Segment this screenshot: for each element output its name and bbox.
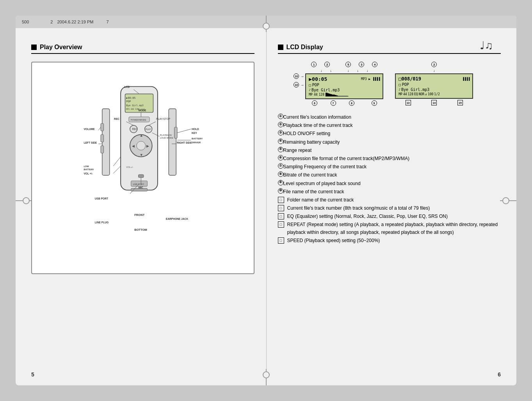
arrow2: ↓ bbox=[330, 69, 332, 73]
ann-num-8: ⑧ bbox=[278, 171, 283, 177]
svg-rect-24 bbox=[101, 135, 104, 142]
svg-text:VOL+/-: VOL+/- bbox=[126, 166, 133, 168]
ann-num-12: □ bbox=[278, 205, 284, 211]
lcd2-filename: Bye Girl.mp3 bbox=[401, 87, 429, 92]
list-item-5: ⑤ Range repeat bbox=[278, 147, 501, 154]
lcd2-repeat: ↺ bbox=[425, 93, 427, 96]
lcd2-eq: EQ bbox=[414, 93, 418, 96]
device-illustration: ▶00:05 POP Bye Girl.mp3 MP3 44K 128K |||… bbox=[31, 62, 254, 274]
ann-text-6: Compression file format of the current t… bbox=[283, 155, 501, 162]
svg-line-64 bbox=[98, 127, 101, 130]
lcd2-kbps: 128 bbox=[408, 93, 413, 96]
ann-8-bottom: 8 bbox=[349, 100, 354, 106]
lcd2-folder-icon: □ bbox=[399, 83, 400, 87]
svg-rect-27 bbox=[174, 127, 177, 138]
lcd2-row1: □008/019 ▐▐▐▐ bbox=[399, 76, 470, 82]
ann-text-4: Remaining battery capacity bbox=[283, 139, 501, 146]
screen2-arrows: ↓ bbox=[395, 69, 473, 73]
ann-1: 1 bbox=[311, 62, 317, 67]
screen1-bottom-annotations: 6 7 8 9 bbox=[305, 100, 383, 106]
screen1-top-annotations: 1 2 5 3 4 bbox=[305, 62, 383, 67]
svg-text:LOUD MODE: LOUD MODE bbox=[160, 137, 173, 139]
lcd2-battery: ▐▐▐▐ bbox=[462, 77, 470, 81]
ann-num-14: □ bbox=[278, 221, 284, 228]
lcd-screens-container: 1 2 5 3 4 ↓ ↓ ↓ ↓ ↓ bbox=[278, 62, 501, 106]
ann-text-14: REPEAT (Repeat mode) setting (A playback… bbox=[287, 221, 501, 236]
lcd2-half: 1/2 bbox=[434, 93, 439, 96]
ann-text-2: Playback time of the current track bbox=[283, 122, 501, 129]
svg-text:EARPHONE JACK: EARPHONE JACK bbox=[165, 217, 188, 220]
main-content: Play Overview ▶00:05 POP Bye Girl.mp3 MP… bbox=[16, 28, 516, 385]
svg-text:◀: ◀ bbox=[132, 144, 134, 148]
ann-num-7: ⑦ bbox=[278, 163, 283, 169]
svg-text:KEY: KEY bbox=[192, 132, 197, 134]
svg-text:PLAY: PLAY bbox=[145, 128, 151, 130]
lcd1-khz: 44 bbox=[314, 93, 318, 96]
ann-num-4: ④ bbox=[278, 139, 283, 144]
title-square-right bbox=[278, 45, 283, 50]
list-item-2: ② Playback time of the current track bbox=[278, 122, 501, 129]
ann-13-bottom: 13 bbox=[406, 100, 411, 105]
svg-text:LINE PLUG: LINE PLUG bbox=[95, 221, 109, 224]
svg-text:REC: REC bbox=[114, 118, 119, 120]
list-item-11: □ Folder name of the current track bbox=[278, 196, 501, 204]
lcd1-folder: POP bbox=[312, 83, 319, 87]
ann-2-s2: 2 bbox=[431, 62, 437, 67]
lcd2-track: □008/019 bbox=[399, 76, 421, 82]
svg-rect-25 bbox=[101, 146, 104, 153]
svg-text:LOW: LOW bbox=[84, 165, 89, 168]
ann-num-2: ② bbox=[278, 122, 283, 127]
screen2-bottom-annotations: 13 14 15 bbox=[395, 100, 473, 105]
ann-3: 3 bbox=[359, 62, 364, 67]
page-number-right: 6 bbox=[498, 371, 501, 378]
play-overview-label: Play Overview bbox=[40, 44, 82, 51]
svg-rect-44 bbox=[138, 175, 143, 178]
arrow5: ↓ bbox=[347, 69, 349, 73]
device-svg: ▶00:05 POP Bye Girl.mp3 MP3 44K 128K |||… bbox=[73, 70, 213, 266]
list-item-6: ⑥ Compression file format of the current… bbox=[278, 155, 501, 162]
ann-10b: 10 bbox=[294, 82, 299, 87]
svg-text:MIC: MIC bbox=[138, 186, 143, 189]
arrow1: ↓ bbox=[320, 69, 322, 73]
lcd2-bottom-bar: MP 44 128 EQ NOR ↺ 100 1/2 bbox=[399, 93, 470, 96]
ann-num-15: □ bbox=[278, 237, 284, 244]
lcd1-row2: □ POP bbox=[309, 83, 380, 87]
ann-text-13: EQ (Equalizer) setting (Normal, Rock, Ja… bbox=[287, 213, 501, 220]
ann-num-6: ⑥ bbox=[278, 155, 283, 160]
lcd2-speed: 100 bbox=[428, 93, 433, 96]
lcd1-row1: ▶00:05 MP3 ▶ ▐▐▐▐ bbox=[309, 76, 380, 82]
ann-num-5: ⑤ bbox=[278, 147, 283, 152]
right-panel: LCD Display 1 2 5 3 4 ↓ bbox=[266, 28, 517, 385]
arrow2-s2: ↓ bbox=[433, 69, 435, 73]
svg-point-13 bbox=[137, 141, 146, 150]
svg-text:USB PORT: USB PORT bbox=[95, 197, 108, 200]
lcd1-bars: █▇▆▅▄▄▃▂▁▁▁▁▁▁▁ bbox=[326, 93, 348, 96]
list-item-9: ⑨ Level spectrum of played back sound bbox=[278, 180, 501, 187]
lcd2-folder: POP bbox=[402, 82, 409, 87]
page-number-left: 5 bbox=[31, 371, 34, 378]
lcd2-khz: 44 bbox=[403, 93, 407, 96]
ann-num-9: ⑨ bbox=[278, 180, 283, 185]
ann-text-10: File name of the current track bbox=[283, 188, 501, 196]
ann-text-3: HOLD ON/OFF setting bbox=[283, 130, 501, 137]
ann-text-8: Bitrate of the current track bbox=[283, 171, 501, 179]
arrow-right: → bbox=[300, 74, 304, 78]
ann-num-10: ⑩ bbox=[278, 188, 283, 194]
svg-text:▼: ▼ bbox=[139, 153, 143, 157]
lcd1-time: ▶00:05 bbox=[309, 76, 327, 82]
svg-text:VOLUME: VOLUME bbox=[84, 128, 95, 130]
ann-text-9: Level spectrum of played back sound bbox=[283, 180, 501, 187]
svg-text:POWER/MODE: POWER/MODE bbox=[130, 119, 146, 121]
svg-text:POP: POP bbox=[126, 100, 131, 103]
lcd2-row2: □ POP bbox=[399, 82, 470, 87]
lcd1-bottom-bar: MP 44 128 █▇▆▅▄▄▃▂▁▁▁▁▁▁▁ bbox=[309, 93, 380, 96]
page-container: 500 2 2004.6.22 2:19 PM 7 ♩♫ Play Overvi… bbox=[16, 16, 516, 385]
svg-text:VOL +/-: VOL +/- bbox=[84, 172, 93, 175]
lcd1-mode-icons: MP3 ▶ ▐▐▐▐ bbox=[361, 77, 380, 81]
lcd-screen2-wrapper: 2 ↓ □008/019 ▐▐▐▐ □ POP bbox=[395, 62, 473, 105]
svg-text:FRONT: FRONT bbox=[134, 213, 144, 217]
lcd2-mp: MP bbox=[399, 93, 402, 96]
svg-text:LCD: LCD bbox=[124, 86, 130, 88]
ann-10b-left: 10 → bbox=[294, 82, 304, 87]
ann-text-1: Current file's location information bbox=[283, 114, 501, 121]
